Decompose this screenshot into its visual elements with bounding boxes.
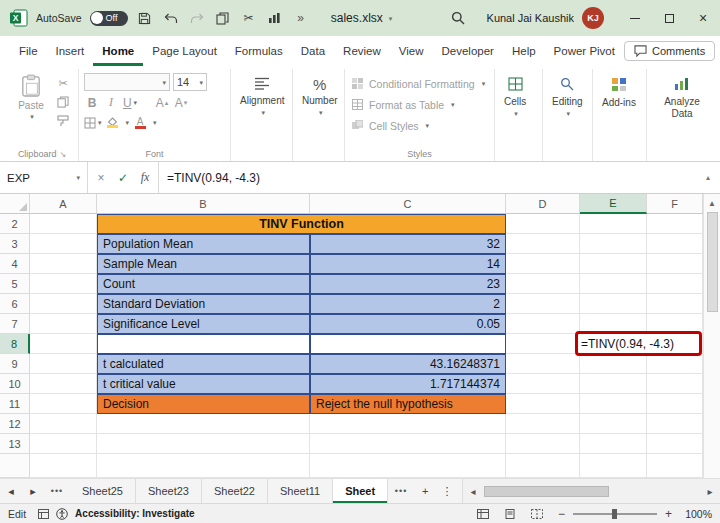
cancel-icon[interactable]: × (90, 171, 112, 185)
row-header-12[interactable]: 12 (0, 414, 30, 434)
zoom-out-button[interactable]: − (558, 507, 565, 521)
chart-qat-button[interactable] (266, 8, 284, 28)
cell[interactable] (506, 454, 580, 478)
cell-A10[interactable] (30, 374, 97, 394)
sheet-list-more-right-icon[interactable]: ••• (388, 479, 414, 503)
dialog-launcher-icon[interactable]: ↘ (59, 150, 66, 159)
column-header-E[interactable]: E (580, 194, 647, 214)
tab-file[interactable]: File (10, 36, 47, 66)
font-color-button[interactable]: A (132, 114, 148, 131)
row-header-10[interactable]: 10 (0, 374, 30, 394)
tab-sheet23[interactable]: Sheet23 (136, 479, 202, 503)
cell-A12[interactable] (30, 414, 97, 434)
scroll-right-icon[interactable]: ▸ (702, 486, 718, 497)
cell-A6[interactable] (30, 294, 97, 314)
paste-button[interactable]: Paste ▾ (11, 71, 51, 146)
cell-A7[interactable] (30, 314, 97, 334)
cell-A2[interactable] (30, 214, 97, 234)
cell-D8[interactable] (506, 334, 580, 354)
cell-B13[interactable] (97, 434, 310, 454)
cell-C8[interactable] (310, 334, 506, 354)
tab-sheet22[interactable]: Sheet22 (202, 479, 268, 503)
cell-E9[interactable] (580, 354, 647, 374)
cell[interactable] (580, 454, 647, 478)
zoom-slider[interactable] (573, 513, 657, 515)
cell-B11[interactable]: Decision (97, 394, 310, 414)
scroll-up-icon[interactable]: ▲ (708, 196, 716, 210)
cell-F13[interactable] (647, 434, 703, 454)
number-format-button[interactable]: % Number ▾ (298, 71, 342, 146)
cell-B8[interactable] (97, 334, 310, 354)
cell-B9[interactable]: t calculated (97, 354, 310, 374)
alignment-button[interactable]: Alignment ▾ (236, 71, 288, 146)
cell-table-title[interactable]: TINV Function (97, 214, 506, 234)
tab-page-layout[interactable]: Page Layout (143, 36, 226, 66)
column-header-B[interactable]: B (97, 194, 310, 214)
cell-C11[interactable]: Reject the null hypothesis (310, 394, 506, 414)
cell-F2[interactable] (647, 214, 703, 234)
cell-A13[interactable] (30, 434, 97, 454)
macro-record-icon[interactable] (38, 509, 49, 519)
row-header-5[interactable]: 5 (0, 274, 30, 294)
cell-F4[interactable] (647, 254, 703, 274)
column-header-A[interactable]: A (30, 194, 97, 214)
enter-icon[interactable]: ✓ (112, 171, 134, 185)
cell-C6[interactable]: 2 (310, 294, 506, 314)
qat-overflow-button[interactable]: » (292, 8, 310, 28)
row-header-3[interactable]: 3 (0, 234, 30, 254)
zoom-slider-thumb[interactable] (612, 509, 617, 519)
row-header-2[interactable]: 2 (0, 214, 30, 234)
cell-F11[interactable] (647, 394, 703, 414)
row-header-8[interactable]: 8 (0, 334, 30, 354)
cell-B12[interactable] (97, 414, 310, 434)
tab-review[interactable]: Review (334, 36, 390, 66)
close-button[interactable]: × (686, 0, 720, 36)
cell-D9[interactable] (506, 354, 580, 374)
row-header-11[interactable]: 11 (0, 394, 30, 414)
cell-A9[interactable] (30, 354, 97, 374)
name-box[interactable]: EXP ▾ (0, 162, 88, 193)
cells-button[interactable]: Cells ▾ (500, 71, 530, 146)
save-button[interactable] (136, 8, 154, 28)
row-header-4[interactable]: 4 (0, 254, 30, 274)
cell-A3[interactable] (30, 234, 97, 254)
cell-A8[interactable] (30, 334, 97, 354)
comments-button[interactable]: Comments (624, 41, 715, 61)
cell[interactable] (97, 454, 310, 478)
search-button[interactable] (451, 11, 465, 25)
horizontal-scrollbar-thumb[interactable] (484, 486, 609, 497)
cell-E2[interactable] (580, 214, 647, 234)
cell-F12[interactable] (647, 414, 703, 434)
format-as-table-button[interactable]: Format as Table ▾ (350, 95, 485, 114)
cell-C5[interactable]: 23 (310, 274, 506, 294)
italic-button[interactable]: I (103, 94, 119, 111)
scroll-left-icon[interactable]: ◂ (465, 486, 481, 497)
cell-A4[interactable] (30, 254, 97, 274)
user-avatar[interactable]: KJ (582, 7, 604, 29)
minimize-button[interactable] (618, 0, 652, 36)
cell-E4[interactable] (580, 254, 647, 274)
cell-F3[interactable] (647, 234, 703, 254)
zoom-level[interactable]: 100% (680, 508, 712, 520)
cell-A5[interactable] (30, 274, 97, 294)
cell-D4[interactable] (506, 254, 580, 274)
editing-button[interactable]: Editing ▾ (548, 71, 587, 146)
cell-F10[interactable] (647, 374, 703, 394)
cell-D3[interactable] (506, 234, 580, 254)
cell-E6[interactable] (580, 294, 647, 314)
page-break-view-icon[interactable] (531, 509, 543, 519)
cell-F6[interactable] (647, 294, 703, 314)
cell-E5[interactable] (580, 274, 647, 294)
bold-button[interactable]: B (84, 94, 100, 111)
tab-view[interactable]: View (390, 36, 433, 66)
autosave-toggle[interactable]: Off (90, 11, 128, 26)
document-title[interactable]: sales.xlsx (331, 11, 383, 25)
cell[interactable] (30, 454, 97, 478)
formula-input[interactable]: =TINV(0.94, -4.3) (159, 162, 696, 193)
cut-icon[interactable]: ✂ (55, 76, 71, 90)
tab-sheet-active[interactable]: Sheet (333, 479, 388, 503)
cell[interactable] (310, 454, 506, 478)
cell-E12[interactable] (580, 414, 647, 434)
column-header-F[interactable]: F (647, 194, 703, 214)
insert-function-icon[interactable]: fx (134, 170, 156, 185)
